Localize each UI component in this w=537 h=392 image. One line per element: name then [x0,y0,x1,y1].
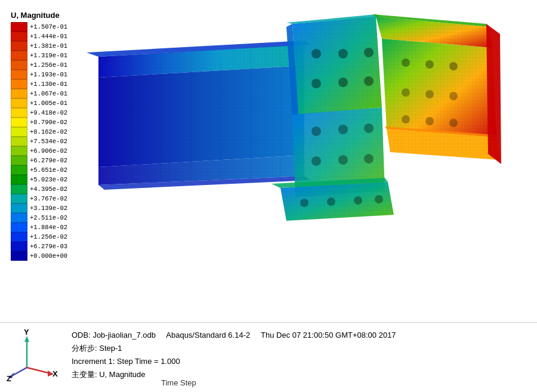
svg-point-40 [338,155,348,165]
legend-value-label: +6.279e-03 [30,243,67,250]
legend-color-box [11,70,27,79]
color-legend: U, Magnitude +1.507e-01+1.444e-01+1.381e… [11,11,82,261]
svg-marker-29 [486,24,501,164]
legend-color-box [11,118,27,127]
legend-color-box [11,213,27,223]
legend-color-box [11,194,27,203]
svg-point-53 [354,196,362,205]
legend-item: +1.256e-01 [11,60,82,70]
legend-value-label: +8.790e-02 [30,119,67,126]
legend-item: +0.000e+00 [11,251,82,261]
svg-point-51 [300,199,308,207]
legend-item: +1.507e-01 [11,22,82,32]
info-text-container: ODB: Job-jiaolian_7.odb Abaqus/Standard … [72,329,396,381]
axes-svg: Y Z X [6,329,60,382]
legend-item: +1.319e-01 [11,51,82,60]
legend-item: +1.005e-01 [11,98,82,108]
legend-color-box [11,108,27,118]
legend-item: +1.884e-02 [11,223,82,232]
legend-color-box [11,41,27,51]
svg-point-52 [327,197,335,206]
legend-bar-container: +1.507e-01+1.444e-01+1.381e-01+1.319e-01… [11,22,82,261]
legend-value-label: +1.130e-01 [30,81,67,88]
legend-value-label: +1.193e-01 [30,71,67,78]
legend-value-label: +1.067e-01 [30,90,67,97]
legend-color-box [11,98,27,108]
legend-value-label: +1.319e-01 [30,52,67,59]
svg-point-37 [338,125,348,134]
legend-color-box [11,156,27,165]
legend-item: +9.418e-02 [11,108,82,118]
svg-marker-62 [24,336,29,342]
svg-text:X: X [53,369,58,378]
main-container: U, Magnitude +1.507e-01+1.444e-01+1.381e… [0,0,537,392]
legend-value-label: +3.139e-02 [30,205,67,212]
svg-text:Z: Z [7,374,11,382]
legend-color-box [11,146,27,156]
svg-point-38 [364,124,374,133]
legend-value-label: +1.005e-01 [30,100,67,107]
legend-item: +6.279e-03 [11,242,82,251]
legend-color-box [11,165,27,175]
legend-value-label: +3.767e-02 [30,195,67,202]
svg-point-48 [402,115,410,124]
legend-item: +5.651e-02 [11,165,82,175]
legend-color-box [11,232,27,242]
legend-color-box [11,175,27,184]
svg-point-47 [449,92,458,100]
svg-point-36 [311,126,321,136]
svg-point-49 [425,117,434,125]
increment-text: Increment 1: Step Time = 1.000 [72,357,180,366]
legend-value-label: +7.534e-02 [30,138,67,145]
legend-title: U, Magnitude [11,11,82,20]
legend-value-label: +8.162e-02 [30,128,67,135]
legend-color-box [11,184,27,194]
svg-point-42 [402,58,410,67]
info-step-line: 分析步: Step-1 [72,342,396,355]
legend-value-label: +0.000e+00 [30,252,67,260]
legend-item: +6.906e-02 [11,146,82,156]
svg-point-30 [311,49,321,58]
svg-point-50 [449,119,458,127]
legend-color-box [11,203,27,213]
step-text: 分析步: Step-1 [72,344,122,353]
svg-point-41 [364,154,374,163]
svg-point-39 [311,156,321,166]
datetime-text: Thu Dec 07 21:00:50 GMT+08:00 2017 [261,331,396,339]
legend-item: +7.534e-02 [11,137,82,146]
legend-item: +1.381e-01 [11,41,82,51]
variable-text: 主变量: U, Magnitude [72,370,146,379]
legend-color-box [11,251,27,261]
legend-value-label: +5.023e-02 [30,176,67,183]
legend-color-box [11,51,27,60]
legend-item: +3.139e-02 [11,203,82,213]
legend-value-label: +2.511e-02 [30,214,67,221]
legend-item: +1.193e-01 [11,70,82,79]
svg-point-45 [402,88,410,97]
legend-value-label: +1.884e-02 [30,224,67,231]
legend-item: +3.767e-02 [11,194,82,203]
odb-text: ODB: Job-jiaolian_7.odb [72,331,156,339]
legend-color-box [11,127,27,137]
legend-value-label: +6.279e-02 [30,157,67,164]
svg-marker-4 [98,66,304,167]
svg-point-35 [364,76,374,86]
info-variable-line: 主变量: U, Magnitude [72,368,396,381]
svg-point-34 [338,78,348,87]
svg-point-46 [425,90,434,98]
legend-item: +1.130e-01 [11,79,82,89]
legend-value-label: +5.651e-02 [30,166,67,174]
legend-value-label: +1.444e-01 [30,33,67,40]
svg-point-33 [311,79,321,88]
legend-color-box [11,137,27,146]
svg-point-54 [375,195,383,203]
legend-item: +1.444e-01 [11,32,82,41]
legend-item: +1.067e-01 [11,89,82,98]
legend-color-box [11,89,27,98]
timestep-label: Time Step [161,378,196,387]
bottom-info: Y Z X ODB: Job-jiaolian_7.odb Abaqus/Sta… [0,322,537,392]
legend-color-box [11,242,27,251]
legend-item: +2.511e-02 [11,213,82,223]
legend-value-label: +6.906e-02 [30,147,67,155]
info-odb-line: ODB: Job-jiaolian_7.odb Abaqus/Standard … [72,329,396,342]
